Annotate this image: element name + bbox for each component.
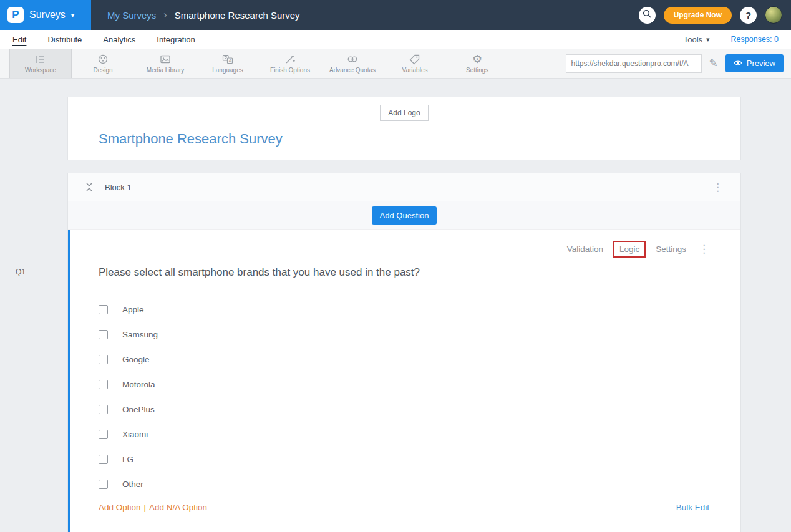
question-menu-settings[interactable]: Settings <box>656 244 686 254</box>
chevron-down-icon: ▾ <box>71 11 75 19</box>
questionpro-logo: P <box>7 7 24 23</box>
upgrade-now-button[interactable]: Upgrade Now <box>664 7 732 24</box>
tab-distribute[interactable]: Distribute <box>47 35 82 44</box>
question-text[interactable]: Please select all smartphone brands that… <box>99 266 709 279</box>
tag-icon <box>409 53 421 65</box>
toolbar-item-design[interactable]: Design <box>72 49 134 78</box>
toolbar-item-label: Media Library <box>147 67 185 74</box>
toolbar-item-variables[interactable]: Variables <box>384 49 446 78</box>
question-menu-kebab-icon[interactable]: ⋮ <box>699 244 709 254</box>
block-title: Block 1 <box>105 183 132 192</box>
option-row: Apple <box>99 297 709 322</box>
option-label[interactable]: Samsung <box>122 330 158 339</box>
checkbox[interactable] <box>99 355 108 364</box>
option-label[interactable]: Motorola <box>122 380 155 389</box>
option-row: Motorola <box>99 372 709 397</box>
preview-label: Preview <box>747 59 775 68</box>
collapse-block-icon[interactable] <box>85 183 93 191</box>
checkbox[interactable] <box>99 305 108 314</box>
design-icon <box>97 53 109 65</box>
option-row: LG <box>99 447 709 472</box>
eye-icon <box>734 59 742 68</box>
question-card: Validation Logic Settings ⋮ Please selec… <box>68 230 740 532</box>
add-question-row: Add Question <box>68 201 740 230</box>
block-card: Block 1 ⋮ Add Question Validation Logic … <box>67 173 741 532</box>
help-button[interactable]: ? <box>740 7 757 24</box>
avatar[interactable] <box>765 6 782 24</box>
checkbox[interactable] <box>99 330 108 339</box>
option-label[interactable]: Other <box>122 480 143 489</box>
pencil-icon[interactable]: ✎ <box>709 57 718 70</box>
toolbar-right: ✎ Preview <box>566 49 791 78</box>
question-menu: Validation Logic Settings ⋮ <box>99 241 709 258</box>
tab-analytics[interactable]: Analytics <box>103 35 135 44</box>
add-question-button[interactable]: Add Question <box>372 206 437 225</box>
option-row: Xiaomi <box>99 422 709 447</box>
option-label[interactable]: OnePlus <box>122 405 155 414</box>
toolbar-item-label: Finish Options <box>270 67 310 74</box>
toolbar-item-finish-options[interactable]: Finish Options <box>259 49 321 78</box>
workspace-icon <box>34 53 47 65</box>
checkbox[interactable] <box>99 405 108 414</box>
question-divider <box>99 288 709 288</box>
option-label[interactable]: Xiaomi <box>122 430 148 439</box>
search-icon <box>643 9 651 21</box>
editor-content: Q1 Add Logo Smartphone Research Survey B… <box>0 79 791 532</box>
quotas-icon <box>346 53 359 65</box>
checkbox[interactable] <box>99 430 108 439</box>
survey-title[interactable]: Smartphone Research Survey <box>68 121 740 147</box>
option-row: Google <box>99 347 709 372</box>
options-list: Apple Samsung Google Motorola OnePlus <box>99 297 709 496</box>
nav-tabs: Edit Distribute Analytics Integration <box>12 35 195 44</box>
tab-edit[interactable]: Edit <box>12 35 26 44</box>
add-option-link[interactable]: Add Option <box>99 503 141 512</box>
responses-count-link[interactable]: Responses: 0 <box>731 35 779 44</box>
toolbar-item-settings[interactable]: ⚙ Settings <box>446 49 508 78</box>
header-actions: Upgrade Now ? <box>639 6 791 24</box>
option-row: Samsung <box>99 322 709 347</box>
question-menu-logic[interactable]: Logic <box>613 241 646 258</box>
search-button[interactable] <box>639 7 656 24</box>
breadcrumb-current-survey: Smartphone Research Survey <box>175 10 300 21</box>
question-footer: Add Option | Add N/A Option Bulk Edit <box>99 503 709 512</box>
add-na-option-link[interactable]: Add N/A Option <box>149 503 207 512</box>
section-nav: Edit Distribute Analytics Integration To… <box>0 30 791 49</box>
toolbar-item-media-library[interactable]: Media Library <box>134 49 197 78</box>
toolbar-item-label: Design <box>93 67 112 74</box>
toolbar-item-label: Workspace <box>25 67 56 74</box>
toolbar-item-advance-quotas[interactable]: Advance Quotas <box>321 49 384 78</box>
toolbar-item-languages[interactable]: A Languages <box>197 49 259 78</box>
checkbox[interactable] <box>99 380 108 389</box>
option-label[interactable]: Google <box>122 355 150 364</box>
preview-button[interactable]: Preview <box>725 54 784 72</box>
option-row: OnePlus <box>99 397 709 422</box>
toolbar-item-workspace[interactable]: Workspace <box>9 49 72 78</box>
question-menu-validation[interactable]: Validation <box>567 244 603 254</box>
gear-icon: ⚙ <box>472 53 482 65</box>
edit-toolbar: Workspace Design Media Library A Languag… <box>0 49 791 79</box>
breadcrumb-separator-icon: › <box>163 9 167 21</box>
media-library-icon <box>159 53 172 65</box>
toolbar-item-label: Variables <box>402 67 428 74</box>
languages-icon: A <box>221 53 234 65</box>
bulk-edit-link[interactable]: Bulk Edit <box>676 503 709 512</box>
breadcrumb-my-surveys[interactable]: My Surveys <box>107 10 156 21</box>
tab-integration[interactable]: Integration <box>157 35 195 44</box>
block-menu-kebab-icon[interactable]: ⋮ <box>706 182 729 193</box>
option-label[interactable]: LG <box>122 455 133 464</box>
tools-menu[interactable]: Tools ▾ <box>684 35 710 44</box>
survey-title-card: Add Logo Smartphone Research Survey <box>67 97 741 160</box>
breadcrumb: My Surveys › Smartphone Research Survey <box>107 9 300 21</box>
add-logo-button[interactable]: Add Logo <box>380 105 428 121</box>
option-label[interactable]: Apple <box>122 305 144 314</box>
surveys-product-switcher[interactable]: P Surveys ▾ <box>0 0 91 30</box>
top-header: P Surveys ▾ My Surveys › Smartphone Rese… <box>0 0 791 30</box>
toolbar-item-label: Languages <box>212 67 243 74</box>
option-row: Other <box>99 472 709 496</box>
survey-url-input[interactable] <box>566 54 702 73</box>
checkbox[interactable] <box>99 480 108 489</box>
question-mark-icon: ? <box>745 10 751 21</box>
svg-text:A: A <box>228 58 231 64</box>
checkbox[interactable] <box>99 455 108 464</box>
chevron-down-icon: ▾ <box>706 36 710 44</box>
